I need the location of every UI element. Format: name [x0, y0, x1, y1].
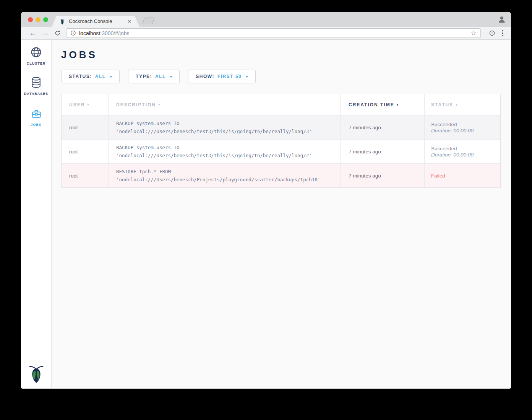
sort-caret-icon: ▾	[158, 103, 160, 107]
filter-label: TYPE:	[136, 74, 152, 79]
column-header-status[interactable]: STATUS ▾	[424, 94, 500, 115]
filter-bar: STATUS: ALL ▾ TYPE: ALL ▾ SHOW: FIRST 50…	[61, 70, 511, 83]
table-row: root RESTORE tpch.* FROM 'nodelocal:///U…	[62, 163, 500, 187]
filter-label: STATUS:	[69, 74, 92, 79]
job-creation-time: 7 minutes ago	[340, 116, 424, 139]
browser-tab-bar: Cockroach Console ×	[21, 12, 511, 27]
job-status: Succeeded Duration: 00:00:00	[424, 116, 500, 139]
column-header-description[interactable]: DESCRIPTION ▾	[108, 94, 340, 115]
job-user: root	[62, 140, 108, 163]
show-filter-dropdown[interactable]: SHOW: FIRST 50 ▾	[188, 70, 256, 83]
sidebar-item-label: DATABASES	[21, 92, 51, 96]
profile-avatar-icon[interactable]	[498, 15, 506, 24]
tab-close-icon[interactable]: ×	[128, 18, 131, 24]
forward-button[interactable]: →	[39, 29, 52, 37]
chevron-down-icon: ▾	[246, 74, 248, 79]
filter-value: ALL	[95, 74, 106, 79]
job-status: Failed	[424, 164, 500, 187]
status-text: Failed	[431, 173, 500, 179]
status-text: Succeeded	[431, 122, 500, 127]
job-user: root	[62, 116, 108, 139]
browser-window: Cockroach Console × ← → localhost:3000/#…	[21, 12, 511, 389]
new-tab-button[interactable]	[142, 18, 155, 24]
job-description: BACKUP system.users TO 'nodelocal:///Use…	[108, 140, 340, 163]
status-duration: Duration: 00:00:00	[431, 152, 500, 158]
tab-title: Cockroach Console	[69, 18, 128, 24]
reload-button[interactable]	[54, 30, 61, 36]
job-description: BACKUP system.users TO 'nodelocal:///Use…	[108, 116, 340, 139]
column-header-creation-time[interactable]: CREATION TIME ▾	[340, 94, 424, 115]
job-user: root	[62, 164, 108, 187]
globe-icon	[30, 46, 42, 58]
status-duration: Duration: 00:00:00	[431, 128, 500, 133]
minimize-window-button[interactable]	[36, 17, 41, 22]
jobs-table: USER ▾ DESCRIPTION ▾ CREATION TIME ▾ STA…	[61, 94, 501, 188]
sort-caret-icon: ▾	[397, 103, 399, 107]
sidebar-item-cluster[interactable]: CLUSTER	[21, 46, 51, 65]
extension-icon[interactable]	[489, 30, 495, 36]
close-window-button[interactable]	[28, 17, 33, 22]
sidebar-item-label: JOBS	[21, 123, 51, 127]
zoom-window-button[interactable]	[43, 17, 48, 22]
table-row: root BACKUP system.users TO 'nodelocal:/…	[62, 115, 500, 139]
sidebar-item-label: CLUSTER	[21, 62, 51, 65]
type-filter-dropdown[interactable]: TYPE: ALL ▾	[128, 70, 180, 83]
browser-tab[interactable]: Cockroach Console ×	[52, 16, 139, 27]
sidebar-item-jobs[interactable]: JOBS	[21, 109, 51, 127]
window-controls	[28, 17, 48, 22]
briefcase-icon	[31, 109, 42, 119]
page-title: JOBS	[61, 49, 511, 61]
filter-label: SHOW:	[196, 74, 214, 79]
sidebar-item-databases[interactable]: DATABASES	[21, 77, 51, 96]
filter-value: FIRST 50	[217, 74, 242, 79]
chevron-down-icon: ▾	[110, 74, 112, 79]
table-row: root BACKUP system.users TO 'nodelocal:/…	[62, 139, 500, 163]
database-icon	[30, 77, 42, 88]
sidebar: CLUSTER DATABASES JOBS	[21, 40, 52, 388]
url-bar[interactable]: localhost:3000/#/jobs ☆	[66, 28, 481, 38]
cockroach-console-app: CLUSTER DATABASES JOBS	[21, 40, 511, 388]
url-host: localhost	[79, 30, 100, 36]
browser-toolbar: ← → localhost:3000/#/jobs ☆	[21, 27, 511, 40]
browser-menu-icon[interactable]	[502, 30, 503, 36]
url-path: :3000/#/jobs	[100, 30, 129, 36]
back-button[interactable]: ←	[26, 29, 39, 37]
url-text: localhost:3000/#/jobs	[79, 30, 130, 36]
sort-caret-icon: ▾	[456, 103, 457, 107]
job-creation-time: 7 minutes ago	[340, 164, 424, 187]
job-creation-time: 7 minutes ago	[340, 140, 424, 163]
jobs-page: JOBS STATUS: ALL ▾ TYPE: ALL ▾ SHOW: FIR…	[52, 40, 511, 388]
table-header-row: USER ▾ DESCRIPTION ▾ CREATION TIME ▾ STA…	[62, 94, 500, 115]
sort-caret-icon: ▾	[87, 103, 89, 107]
status-text: Succeeded	[431, 146, 500, 151]
page-info-icon[interactable]	[70, 30, 76, 36]
job-status: Succeeded Duration: 00:00:00	[424, 140, 500, 163]
status-filter-dropdown[interactable]: STATUS: ALL ▾	[61, 70, 120, 83]
cockroach-logo-icon	[28, 363, 45, 384]
cockroach-favicon-icon	[59, 18, 65, 25]
column-header-user[interactable]: USER ▾	[62, 94, 108, 115]
filter-value: ALL	[155, 74, 166, 79]
bookmark-star-icon[interactable]: ☆	[471, 30, 477, 36]
job-description: RESTORE tpch.* FROM 'nodelocal:///Users/…	[108, 164, 340, 187]
chevron-down-icon: ▾	[170, 74, 172, 79]
